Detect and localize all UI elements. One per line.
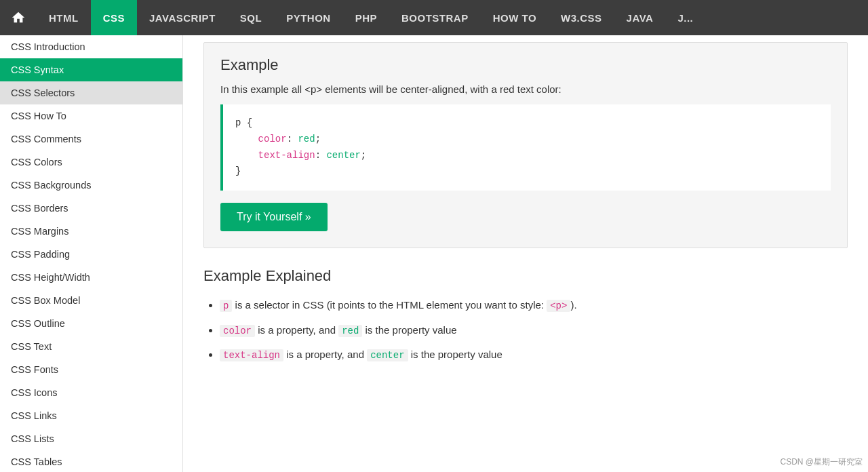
main-layout: CSS Introduction CSS Syntax CSS Selector… (0, 35, 868, 472)
sidebar-item-css-height-width[interactable]: CSS Height/Width (0, 266, 182, 289)
example-box: Example In this example all <p> elements… (203, 42, 848, 248)
code-block: p { color: red; text-align: center; } (220, 104, 831, 191)
try-it-yourself-button[interactable]: Try it Yourself » (220, 203, 328, 231)
nav-item-javascript[interactable]: JAVASCRIPT (137, 0, 228, 35)
nav-item-python[interactable]: PYTHON (274, 0, 343, 35)
code-close-brace: } (235, 165, 241, 176)
code-property-2: text-align (258, 150, 315, 161)
sidebar-item-css-introduction[interactable]: CSS Introduction (0, 35, 182, 58)
sidebar-item-css-fonts[interactable]: CSS Fonts (0, 358, 182, 381)
code-value-1: red (298, 134, 315, 144)
bullet-3-text: is a property, and (283, 349, 367, 360)
nav-item-php[interactable]: PHP (343, 0, 389, 35)
explained-bullet-3: text-align is a property, and center is … (220, 347, 848, 363)
home-icon (11, 10, 26, 25)
example-title: Example (220, 56, 831, 74)
bullet-3-code: text-align (220, 349, 283, 361)
nav-item-java[interactable]: JAVA (614, 0, 666, 35)
bullet-2-code: color (220, 325, 255, 337)
nav-item-sql[interactable]: SQL (228, 0, 274, 35)
bullet-3-end: is the property value (408, 349, 502, 360)
home-button[interactable] (0, 0, 37, 35)
nav-item-css[interactable]: CSS (91, 0, 137, 35)
code-property-1: color (258, 134, 287, 144)
sidebar-item-css-selectors[interactable]: CSS Selectors (0, 81, 182, 104)
sidebar-item-css-margins[interactable]: CSS Margins (0, 220, 182, 243)
sidebar-item-css-colors[interactable]: CSS Colors (0, 151, 182, 174)
sidebar-item-css-text[interactable]: CSS Text (0, 335, 182, 358)
bullet-3-code2: center (367, 349, 408, 361)
nav-item-more[interactable]: J... (665, 0, 705, 35)
code-value-2: center (326, 150, 360, 161)
sidebar: CSS Introduction CSS Syntax CSS Selector… (0, 35, 183, 472)
bullet-2-code2: red (338, 325, 362, 337)
sidebar-item-css-syntax[interactable]: CSS Syntax (0, 58, 182, 81)
explained-list: p is a selector in CSS (it points to the… (203, 297, 848, 363)
code-selector: p (235, 117, 241, 128)
code-colon-2: : (315, 150, 327, 161)
bullet-1-text: is a selector in CSS (it points to the H… (232, 299, 547, 311)
explained-title: Example Explained (203, 267, 848, 285)
sidebar-item-css-backgrounds[interactable]: CSS Backgrounds (0, 174, 182, 197)
code-colon-1: : (287, 134, 298, 144)
bullet-1-code: p (220, 300, 232, 312)
example-description: In this example all <p> elements will be… (220, 83, 831, 95)
sidebar-item-css-comments[interactable]: CSS Comments (0, 127, 182, 151)
bullet-1-code2: <p> (547, 300, 570, 312)
sidebar-item-css-howto[interactable]: CSS How To (0, 104, 182, 127)
code-semi-2: ; (361, 150, 366, 161)
bullet-1-end: ). (570, 299, 576, 311)
explained-section: Example Explained p is a selector in CSS… (203, 267, 848, 363)
nav-item-w3css[interactable]: W3.CSS (549, 0, 614, 35)
sidebar-item-css-lists[interactable]: CSS Lists (0, 427, 182, 450)
sidebar-item-css-links[interactable]: CSS Links (0, 404, 182, 427)
sidebar-item-css-borders[interactable]: CSS Borders (0, 197, 182, 220)
explained-bullet-1: p is a selector in CSS (it points to the… (220, 297, 848, 313)
nav-item-bootstrap[interactable]: BOOTSTRAP (389, 0, 481, 35)
code-open-brace: { (247, 117, 252, 128)
sidebar-item-css-box-model[interactable]: CSS Box Model (0, 289, 182, 312)
nav-item-html[interactable]: HTML (37, 0, 91, 35)
nav-item-howto[interactable]: HOW TO (481, 0, 549, 35)
bullet-2-end: is the property value (362, 324, 456, 336)
sidebar-item-css-padding[interactable]: CSS Padding (0, 243, 182, 266)
bullet-2-text: is a property, and (255, 324, 338, 336)
top-navigation: HTML CSS JAVASCRIPT SQL PYTHON PHP BOOTS… (0, 0, 868, 35)
explained-bullet-2: color is a property, and red is the prop… (220, 322, 848, 338)
main-content: Example In this example all <p> elements… (183, 35, 868, 472)
sidebar-item-css-outline[interactable]: CSS Outline (0, 312, 182, 335)
sidebar-item-css-tables[interactable]: CSS Tables (0, 450, 182, 472)
sidebar-item-css-icons[interactable]: CSS Icons (0, 381, 182, 404)
code-semi-1: ; (315, 134, 321, 144)
